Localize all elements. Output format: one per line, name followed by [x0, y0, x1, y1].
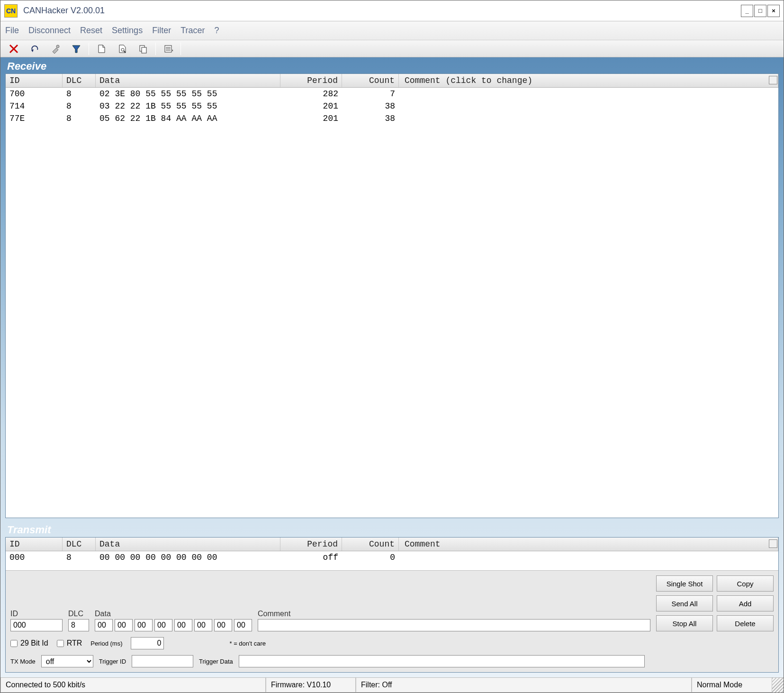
svg-point-3 [56, 45, 59, 48]
title-bar: CN CANHacker V2.00.01 _ □ × [0, 0, 784, 21]
comment-label: Comment [258, 610, 650, 618]
triggerdata-label: Trigger Data [199, 658, 233, 665]
dlc-label: DLC [68, 610, 89, 618]
rtr-checkbox[interactable]: RTR [57, 639, 82, 647]
period-input[interactable] [131, 637, 164, 649]
new-file-icon[interactable] [91, 42, 112, 56]
svg-rect-8 [142, 47, 146, 53]
bit29-check-input[interactable] [10, 640, 18, 647]
transmit-panel: Transmit ID DLC Data Period Count Commen… [5, 523, 779, 673]
rtr-label: RTR [67, 639, 82, 647]
single-shot-button[interactable]: Single Shot [656, 575, 713, 592]
data-label: Data [95, 610, 252, 618]
status-mode: Normal Mode [692, 678, 772, 693]
menu-tracer[interactable]: Tracer [180, 26, 205, 36]
copy-button[interactable]: Copy [717, 575, 774, 592]
clear-icon[interactable] [3, 42, 24, 56]
tx-col-period[interactable]: Period [280, 538, 342, 551]
undo-icon[interactable] [24, 42, 45, 56]
tx-col-data[interactable]: Data [96, 538, 280, 551]
transmit-grid[interactable]: 000800 00 00 00 00 00 00 00off0 [6, 551, 778, 570]
col-period[interactable]: Period [280, 74, 342, 87]
tx-col-dlc[interactable]: DLC [63, 538, 96, 551]
bit29-label: 29 Bit Id [20, 639, 48, 647]
data-byte-2-input[interactable] [135, 619, 153, 631]
data-bytes [95, 619, 252, 631]
tools-icon[interactable] [45, 42, 66, 56]
menu-filter[interactable]: Filter [152, 26, 171, 36]
tx-col-comment[interactable]: Comment [399, 538, 778, 551]
status-filter: Filter: Off [356, 678, 692, 693]
resize-grip-icon[interactable] [772, 678, 784, 693]
menu-reset[interactable]: Reset [80, 26, 102, 36]
maximize-button[interactable]: □ [754, 5, 766, 17]
menu-settings[interactable]: Settings [112, 26, 143, 36]
receive-header: ID DLC Data Period Count Comment (click … [6, 74, 778, 88]
window-title: CANHacker V2.00.01 [23, 6, 105, 16]
list-icon[interactable] [158, 42, 179, 56]
col-dlc[interactable]: DLC [63, 74, 96, 87]
transmit-header-menu-icon[interactable] [769, 539, 777, 548]
table-row[interactable]: 700802 3E 80 55 55 55 55 552827 [6, 88, 778, 100]
dontcare-label: * = don't care [229, 640, 266, 647]
delete-button[interactable]: Delete [717, 615, 774, 631]
add-button[interactable]: Add [717, 595, 774, 611]
status-bar: Connected to 500 kbit/s Firmware: V10.10… [0, 677, 784, 693]
data-byte-3-input[interactable] [154, 619, 172, 631]
triggerdata-input[interactable] [239, 655, 645, 667]
triggerid-input[interactable] [132, 655, 193, 667]
col-id[interactable]: ID [6, 74, 63, 87]
filter-icon[interactable] [66, 42, 87, 56]
toolbar [0, 40, 784, 57]
status-firmware: Firmware: V10.10 [266, 678, 356, 693]
menu-help[interactable]: ? [214, 26, 219, 36]
col-data[interactable]: Data [96, 74, 280, 87]
content-area: Receive ID DLC Data Period Count Comment… [0, 57, 784, 677]
data-byte-6-input[interactable] [214, 619, 232, 631]
bit29-checkbox[interactable]: 29 Bit Id [10, 639, 48, 647]
minimize-button[interactable]: _ [741, 5, 753, 17]
transmit-header: ID DLC Data Period Count Comment [6, 538, 778, 551]
receive-title: Receive [5, 59, 779, 73]
dlc-input[interactable] [68, 619, 89, 631]
receive-header-menu-icon[interactable] [769, 76, 777, 84]
data-byte-1-input[interactable] [115, 619, 133, 631]
close-button[interactable]: × [767, 5, 780, 17]
receive-panel: Receive ID DLC Data Period Count Comment… [5, 59, 779, 518]
comment-input[interactable] [258, 619, 650, 631]
col-count[interactable]: Count [342, 74, 399, 87]
table-row[interactable]: 000800 00 00 00 00 00 00 00off0 [6, 551, 778, 564]
rtr-check-input[interactable] [57, 640, 64, 647]
txmode-select[interactable]: off [41, 655, 93, 667]
receive-grid[interactable]: 700802 3E 80 55 55 55 55 552827714803 22… [6, 88, 778, 518]
preview-icon[interactable] [112, 42, 133, 56]
menu-disconnect[interactable]: Disconnect [28, 26, 71, 36]
tx-col-count[interactable]: Count [342, 538, 399, 551]
stop-all-button[interactable]: Stop All [656, 615, 713, 631]
transmit-controls: ID DLC Data Comment [6, 570, 778, 672]
data-byte-0-input[interactable] [95, 619, 113, 631]
svg-marker-13 [172, 50, 173, 52]
copy-icon[interactable] [133, 42, 153, 56]
transmit-title: Transmit [5, 523, 779, 537]
status-connection: Connected to 500 kbit/s [0, 678, 266, 693]
data-byte-7-input[interactable] [234, 619, 252, 631]
app-icon: CN [4, 4, 18, 18]
id-label: ID [10, 610, 63, 618]
table-row[interactable]: 714803 22 22 1B 55 55 55 5520138 [6, 100, 778, 112]
period-label: Period (ms) [90, 640, 122, 647]
send-all-button[interactable]: Send All [656, 595, 713, 611]
menu-bar: File Disconnect Reset Settings Filter Tr… [0, 21, 784, 40]
menu-file[interactable]: File [5, 26, 19, 36]
data-byte-5-input[interactable] [194, 619, 212, 631]
svg-marker-4 [72, 46, 80, 53]
triggerid-label: Trigger ID [99, 658, 126, 665]
data-byte-4-input[interactable] [174, 619, 192, 631]
table-row[interactable]: 77E805 62 22 1B 84 AA AA AA20138 [6, 112, 778, 125]
tx-col-id[interactable]: ID [6, 538, 63, 551]
txmode-label: TX Mode [10, 658, 36, 665]
id-input[interactable] [10, 619, 63, 631]
col-comment[interactable]: Comment (click to change) [399, 74, 778, 87]
